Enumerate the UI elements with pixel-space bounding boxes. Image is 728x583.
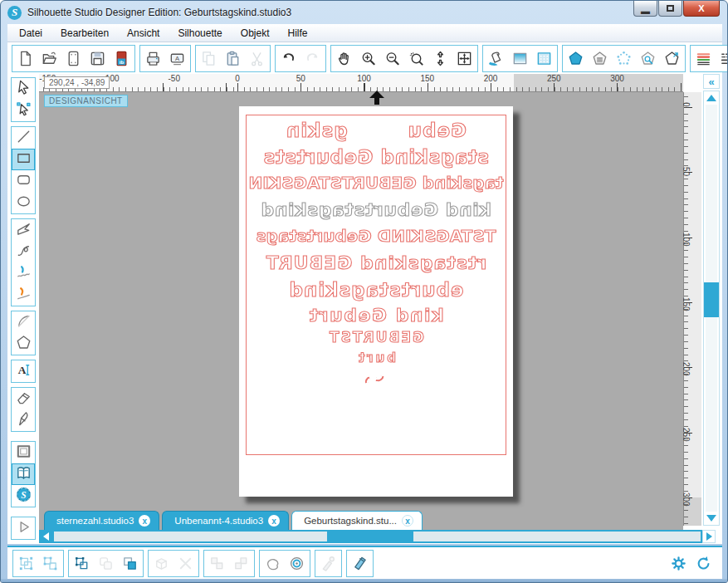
zoom-out-button[interactable] — [380, 47, 404, 71]
play-send-button[interactable] — [12, 517, 35, 539]
hscroll-track[interactable] — [413, 532, 701, 541]
tool-group — [259, 550, 310, 577]
open-folder-button[interactable] — [37, 47, 61, 71]
ruler-label: -50 — [169, 74, 180, 83]
window-frame-bottom — [1, 579, 727, 583]
vscroll-thumb[interactable] — [704, 282, 719, 317]
heart-text-row: eburtstagskind — [239, 281, 513, 300]
paste-button[interactable] — [221, 47, 245, 71]
page-setup-button[interactable] — [12, 442, 35, 463]
duplicate-right-button — [229, 551, 253, 576]
line-styles-button[interactable] — [716, 47, 728, 71]
knife-button[interactable] — [12, 409, 35, 431]
scroll-left-arrow[interactable] — [39, 530, 52, 543]
cutting-page[interactable]: Gebu gskinstagskind Geburtststagskind GE… — [239, 106, 513, 497]
smooth-freehand-button[interactable] — [12, 284, 35, 306]
collapse-panel-button[interactable]: « — [703, 74, 720, 89]
menu-item-ansicht[interactable]: Ansicht — [127, 27, 159, 39]
flip-mirror-button[interactable] — [348, 551, 372, 576]
menu-item-silhouette[interactable]: Silhouette — [178, 27, 222, 39]
pattern-fill-icon — [535, 50, 553, 67]
hscroll-track[interactable] — [54, 532, 327, 541]
eraser-button[interactable] — [12, 388, 35, 409]
design-canvas[interactable]: Gebu gskinstagskind Geburtststagskind GE… — [39, 92, 683, 530]
app-logo-icon: S — [7, 6, 22, 20]
close-button[interactable]: X — [683, 1, 720, 17]
vscroll-track[interactable] — [706, 317, 717, 512]
minimize-button[interactable]: ▬ — [633, 1, 657, 17]
save-floppy-button[interactable] — [86, 47, 110, 71]
undo-button[interactable] — [276, 47, 300, 71]
zoom-selection-button[interactable] — [404, 47, 428, 71]
group-objects-button[interactable] — [14, 551, 38, 576]
new-document-button[interactable] — [13, 47, 37, 71]
draw-ellipse-button[interactable] — [12, 192, 35, 213]
text-tool-button[interactable]: A — [12, 360, 35, 382]
pentagon-line-style-button[interactable] — [588, 47, 612, 71]
vertical-scrollbar[interactable] — [703, 91, 720, 526]
concentric-offset-button[interactable] — [285, 551, 309, 576]
cutting-mat-button[interactable] — [61, 47, 86, 71]
tab-label: Unbenannt-4.studio3 — [174, 516, 263, 526]
draw-polygon-button[interactable] — [12, 219, 35, 241]
draw-line-button[interactable] — [12, 127, 35, 149]
print-button[interactable] — [141, 47, 165, 71]
menu-item-bearbeiten[interactable]: Bearbeiten — [61, 27, 109, 39]
print-icon — [144, 50, 162, 67]
freehand-pencil-button[interactable] — [12, 262, 35, 284]
menu-item-hilfe[interactable]: Hilfe — [287, 27, 307, 39]
pentagon-outline-button[interactable] — [660, 47, 684, 71]
menu-item-datei[interactable]: Datei — [19, 27, 42, 39]
offset-shape-button[interactable] — [261, 551, 285, 576]
horizontal-scrollbar[interactable] — [39, 530, 716, 543]
pan-hand-button[interactable] — [332, 47, 356, 71]
app-window: S Silhouette Studio Designer Edition: Ge… — [0, 0, 728, 583]
bring-to-front-button[interactable] — [118, 551, 142, 576]
zoom-drag-button[interactable] — [428, 47, 452, 71]
close-tab-icon[interactable]: x — [402, 515, 413, 527]
send-to-cutter-button[interactable]: A — [165, 47, 189, 71]
draw-arc-button[interactable] — [12, 311, 35, 333]
pentagon-fill-button[interactable] — [564, 47, 588, 71]
menu-item-objekt[interactable]: Objekt — [241, 27, 270, 39]
edit-path-button[interactable] — [70, 551, 94, 576]
draw-curve-button[interactable] — [12, 241, 35, 262]
edit-points-button[interactable] — [12, 100, 35, 121]
pattern-fill-button[interactable] — [532, 47, 556, 71]
draw-rectangle-button[interactable] — [12, 149, 35, 170]
silhouette-store-button[interactable]: S — [12, 485, 35, 507]
select-arrow-button[interactable] — [12, 78, 35, 100]
redo-icon — [304, 50, 321, 67]
vscroll-track[interactable] — [706, 105, 717, 282]
draw-regular-polygon-button[interactable] — [12, 333, 35, 355]
maximize-button[interactable] — [658, 1, 682, 17]
fill-color-button[interactable] — [484, 47, 508, 71]
close-tab-icon[interactable]: x — [268, 515, 280, 527]
draw-polygon-icon — [15, 220, 32, 241]
document-tab[interactable]: sternezahl.studio3x — [44, 511, 159, 530]
zoom-in-button[interactable] — [356, 47, 380, 71]
document-tab[interactable]: Geburtstagskind.stu...x — [291, 511, 423, 530]
gradient-fill-button[interactable] — [508, 47, 532, 71]
document-tab[interactable]: Unbenannt-4.studio3x — [162, 511, 289, 530]
close-tab-icon[interactable]: x — [139, 515, 150, 527]
pentagon-sample-button[interactable] — [636, 47, 660, 71]
text-color-lines-button[interactable] — [691, 47, 716, 71]
ungroup-objects-button[interactable] — [38, 551, 62, 576]
tool-group: A — [11, 360, 36, 383]
settings-gear-button[interactable] — [669, 554, 687, 572]
pentagon-dots-button[interactable] — [612, 47, 636, 71]
sync-refresh-button[interactable] — [694, 554, 712, 572]
fit-page-button[interactable] — [452, 47, 476, 71]
tool-group — [275, 45, 326, 72]
library-save-button[interactable]: ib — [110, 47, 134, 71]
ruler-label: 200 — [484, 74, 498, 83]
scroll-right-arrow[interactable] — [702, 530, 716, 543]
fill-color-icon — [487, 50, 505, 67]
paste-icon — [224, 50, 242, 67]
scroll-down-arrow[interactable] — [704, 512, 719, 525]
scroll-up-arrow[interactable] — [704, 91, 719, 105]
draw-rounded-rectangle-button[interactable] — [12, 170, 35, 192]
library-book-button[interactable] — [12, 463, 35, 485]
open-folder-icon — [41, 50, 58, 67]
